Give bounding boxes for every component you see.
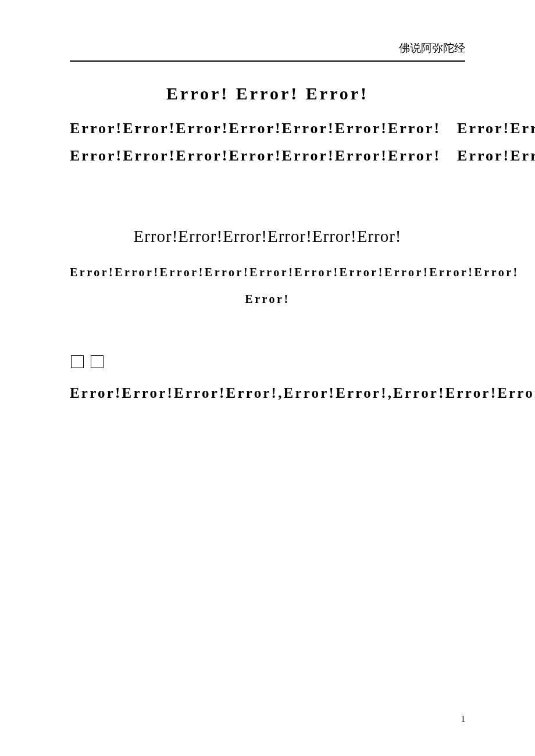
mid-subtitle: Error!Error!Error!Error!Error!Error!Erro… [70,259,465,312]
placeholder-box-icon [91,355,104,368]
document-page: 佛说阿弥陀经 Error! Error! Error! Error!Error!… [0,0,535,406]
two-column-section: Error!Error!Error!Error!Error!Error!Erro… [70,115,465,170]
column-right: Error!Error!Error!Error!Error!Error!Erro… [457,115,535,170]
header-title: 佛说阿弥陀经 [399,42,465,54]
top-title: Error! Error! Error! [70,84,465,104]
column-left: Error!Error!Error!Error!Error!Error!Erro… [70,115,441,170]
page-header: 佛说阿弥陀经 [70,41,465,62]
placeholder-box-icon [71,355,84,368]
mid-title: Error!Error!Error!Error!Error!Error! [70,222,465,251]
body-paragraph: Error!Error!Error!Error!,Error!Error!,Er… [70,380,465,406]
page-number: 1 [461,714,466,724]
placeholder-boxes [70,353,465,368]
